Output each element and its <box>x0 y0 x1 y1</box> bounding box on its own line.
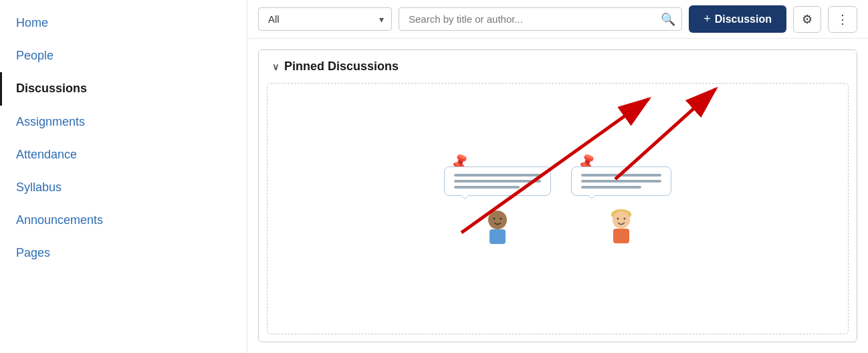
content-area: ∨ Pinned Discussions 📌 <box>247 39 868 353</box>
sidebar-item-attendance[interactable]: Attendance <box>0 138 247 171</box>
sidebar-nav: Home People Discussions Assignments Atte… <box>0 0 247 277</box>
bubble-wrapper-2: 📌 <box>571 166 671 196</box>
sidebar-item-assignments[interactable]: Assignments <box>0 106 247 138</box>
sidebar-item-pages[interactable]: Pages <box>0 237 247 269</box>
pinned-body: 📌 <box>267 83 849 334</box>
speech-bubble-2 <box>571 166 671 196</box>
bubble-group-1: 📌 <box>444 166 551 251</box>
search-icon: 🔍 <box>661 13 675 26</box>
person-figure-2 <box>604 208 639 248</box>
sidebar-item-syllabus[interactable]: Syllabus <box>0 171 247 204</box>
svg-point-6 <box>617 218 619 220</box>
more-button[interactable]: ⋮ <box>828 6 857 33</box>
filter-select[interactable]: All Unread Subscribed <box>258 7 392 31</box>
pinned-section-title: Pinned Discussions <box>284 60 399 74</box>
svg-point-2 <box>500 218 502 220</box>
search-wrapper: 🔍 <box>399 7 682 31</box>
svg-point-0 <box>488 211 507 229</box>
gear-icon: ⚙ <box>802 12 812 27</box>
add-discussion-label: Discussion <box>715 13 772 25</box>
sidebar: Home People Discussions Assignments Atte… <box>0 0 247 353</box>
add-icon: + <box>703 12 711 26</box>
main-content: All Unread Subscribed 🔍 + Discussion ⚙ ⋮… <box>247 0 868 353</box>
add-discussion-button[interactable]: + Discussion <box>689 5 786 33</box>
person-avatar-1 <box>480 208 515 251</box>
svg-rect-3 <box>490 229 506 244</box>
person-avatar-2 <box>604 208 639 251</box>
bubble-group-2: 📌 <box>571 166 671 251</box>
search-input[interactable] <box>399 7 682 31</box>
sidebar-item-discussions[interactable]: Discussions <box>0 72 247 105</box>
settings-button[interactable]: ⚙ <box>793 6 821 33</box>
bubble-line <box>454 174 541 176</box>
sidebar-item-announcements[interactable]: Announcements <box>0 204 247 237</box>
person-figure-1 <box>480 208 515 248</box>
svg-rect-8 <box>613 229 629 243</box>
sidebar-item-home[interactable]: Home <box>0 7 247 39</box>
svg-point-7 <box>624 218 626 220</box>
top-bar: All Unread Subscribed 🔍 + Discussion ⚙ ⋮ <box>247 0 868 39</box>
sidebar-item-people[interactable]: People <box>0 39 247 72</box>
pinned-header: ∨ Pinned Discussions <box>259 50 857 83</box>
pinned-section: ∨ Pinned Discussions 📌 <box>258 49 857 342</box>
bubble-line <box>581 186 641 189</box>
bubble-wrapper-1: 📌 <box>444 166 551 196</box>
svg-point-1 <box>494 218 496 220</box>
search-button[interactable]: 🔍 <box>661 12 675 27</box>
svg-point-5 <box>613 211 630 229</box>
bubble-line <box>581 174 661 176</box>
chevron-icon: ∨ <box>272 62 279 72</box>
bubble-line <box>581 180 661 183</box>
bubble-line <box>454 180 541 183</box>
illustration: 📌 <box>431 153 685 264</box>
more-icon: ⋮ <box>837 12 849 27</box>
filter-select-wrapper: All Unread Subscribed <box>258 7 392 31</box>
bubble-line <box>454 186 520 189</box>
speech-bubble-1 <box>444 166 551 196</box>
